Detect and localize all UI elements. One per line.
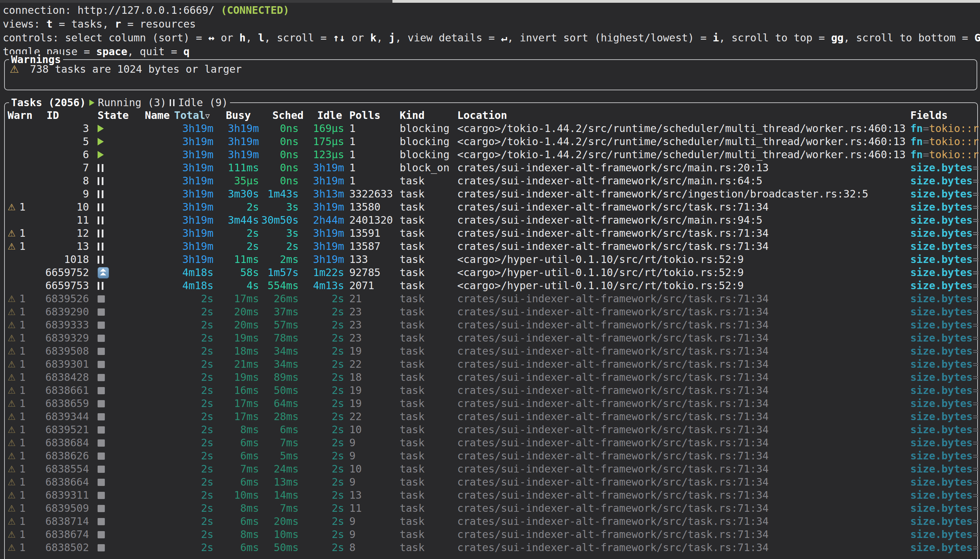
warning-triangle-icon: ⚠ [8, 200, 15, 214]
task-kind: blocking [400, 148, 450, 161]
idle-duration: 3h19m [279, 240, 344, 253]
task-row[interactable]: ⚠168386592s17ms64ms2s19taskcrates/sui-in… [0, 397, 980, 410]
task-id: 6838502 [23, 541, 89, 554]
field-equals: = [973, 410, 979, 423]
task-row[interactable]: ⚠168395212s8ms6ms2s10taskcrates/sui-inde… [0, 423, 980, 436]
task-kind: task [400, 227, 424, 240]
task-row[interactable]: ⚠168386612s16ms50ms2s19taskcrates/sui-in… [0, 384, 980, 397]
task-row[interactable]: ⚠168386842s6ms7ms2s9taskcrates/sui-index… [0, 436, 980, 450]
warning-triangle-icon: ⚠ [8, 463, 15, 476]
task-fields: size.bytes= [910, 502, 980, 515]
task-fields: size.bytes= [910, 541, 980, 554]
idle-duration: 2s [279, 423, 344, 436]
task-fields: size.bytes= [910, 266, 980, 279]
task-row[interactable]: ⚠1103h19m2s3s3h19m13580taskcrates/sui-in… [0, 200, 980, 214]
task-kind: task [400, 410, 424, 423]
completed-icon [98, 295, 105, 303]
warning-triangle-icon: ⚠ [8, 227, 15, 240]
completed-state [98, 397, 105, 410]
field-key: size.bytes [910, 463, 973, 475]
field-key: size.bytes [910, 371, 973, 383]
column-header-sched[interactable]: Sched [272, 109, 303, 122]
idle-state [98, 253, 103, 266]
task-row[interactable]: ⚠168385542s7ms24ms2s10taskcrates/sui-ind… [0, 463, 980, 476]
task-row[interactable]: ⚠168386642s6ms13ms2s9taskcrates/sui-inde… [0, 476, 980, 489]
task-row[interactable]: 66597534m18s4s554ms4m13s2071task<cargo>/… [0, 279, 980, 292]
column-header-label: Kind [400, 109, 424, 121]
completed-icon [98, 322, 105, 329]
task-row[interactable]: 113h19m3m44s30m50s2h44m2401320taskcrates… [0, 214, 980, 227]
field-equals: = [973, 358, 979, 370]
task-location: <cargo>/hyper-util-0.1.10/src/rt/tokio.r… [457, 253, 744, 266]
task-row[interactable]: ⚠168385022s6ms50ms2s8taskcrates/sui-inde… [0, 541, 980, 554]
field-equals: = [973, 306, 979, 318]
task-row[interactable]: ⚠1133h19m2s2s3h19m13587taskcrates/sui-in… [0, 240, 980, 253]
task-row[interactable]: ⚠168386742s8ms10ms2s9taskcrates/sui-inde… [0, 528, 980, 541]
task-row[interactable]: 83h19m35µs0ns3h19m1taskcrates/sui-indexe… [0, 174, 980, 187]
task-id: 5 [23, 135, 89, 148]
task-row[interactable]: 63h19m3h19m0ns123µs1blocking<cargo>/toki… [0, 148, 980, 161]
task-row[interactable]: ⚠1123h19m2s3s3h19m13591taskcrates/sui-in… [0, 227, 980, 240]
task-location: crates/sui-indexer-alt-framework/src/tas… [457, 358, 769, 371]
column-header-name[interactable]: Name [145, 109, 170, 122]
idle-duration: 175µs [279, 135, 344, 148]
task-row[interactable]: ⚠168395082s18ms34ms2s19taskcrates/sui-in… [0, 345, 980, 358]
column-header-state[interactable]: State [98, 109, 129, 122]
column-header-location[interactable]: Location [457, 109, 507, 122]
task-kind: task [400, 200, 424, 214]
task-location: crates/sui-indexer-alt-framework/src/tas… [457, 292, 769, 305]
task-row[interactable]: ⚠168393012s21ms34ms2s22taskcrates/sui-in… [0, 358, 980, 371]
task-location: crates/sui-indexer-alt-framework/src/mai… [457, 161, 769, 174]
polls-count: 13591 [349, 227, 380, 240]
completed-state [98, 476, 105, 489]
task-fields: size.bytes= [910, 397, 980, 410]
completed-state [98, 318, 105, 332]
task-row[interactable]: 66597524m18s58s1m57s1m22s92785task<cargo… [0, 266, 980, 279]
task-fields: size.bytes= [910, 161, 980, 174]
task-row[interactable]: ⚠168393442s17ms28ms2s22taskcrates/sui-in… [0, 410, 980, 423]
column-header-polls[interactable]: Polls [349, 109, 380, 122]
task-row[interactable]: 33h19m3h19m0ns169µs1blocking<cargo>/toki… [0, 122, 980, 135]
task-row[interactable]: 10183h19m11ms2ms3h19m133task<cargo>/hype… [0, 253, 980, 266]
polls-count: 13580 [349, 200, 380, 214]
column-header-busy[interactable]: Busy [226, 109, 251, 122]
completed-icon [98, 413, 105, 420]
column-header-total[interactable]: Total▿ [174, 109, 210, 122]
task-row[interactable]: 93h19m3m30s1m43s3h13m3322633taskcrates/s… [0, 187, 980, 200]
task-kind: task [400, 371, 424, 384]
task-row[interactable]: 73h19m111ms0ns3h19m1block_oncrates/sui-i… [0, 161, 980, 174]
completed-icon [98, 387, 105, 394]
task-kind: task [400, 489, 424, 502]
completed-icon [98, 479, 105, 486]
column-header-warn[interactable]: Warn [8, 109, 32, 122]
task-id: 6659753 [23, 279, 89, 292]
task-row[interactable]: ⚠168395262s17ms26ms2s21taskcrates/sui-in… [0, 292, 980, 305]
idle-duration: 2s [279, 358, 344, 371]
task-fields: size.bytes= [910, 476, 980, 489]
task-kind: task [400, 253, 424, 266]
idle-icon [98, 256, 103, 264]
column-header-idle[interactable]: Idle [317, 109, 342, 122]
polls-count: 10 [349, 423, 362, 436]
task-kind: block_on [400, 161, 450, 174]
polls-count: 9 [349, 515, 356, 528]
task-id: 6839508 [23, 345, 89, 358]
task-row[interactable]: ⚠168384282s19ms89ms2s18taskcrates/sui-in… [0, 371, 980, 384]
column-header-fields[interactable]: Fields [910, 109, 948, 122]
warning-triangle-icon: ⚠ [8, 450, 15, 463]
task-row[interactable]: ⚠168393332s20ms57ms2s23taskcrates/sui-in… [0, 318, 980, 332]
task-row[interactable]: ⚠168393292s19ms78ms2s23taskcrates/sui-in… [0, 332, 980, 345]
field-equals: = [973, 541, 979, 554]
task-row[interactable]: ⚠168393112s10ms14ms2s13taskcrates/sui-in… [0, 489, 980, 502]
task-row[interactable]: ⚠168392902s20ms37ms2s23taskcrates/sui-in… [0, 305, 980, 318]
column-header-id[interactable]: ID [46, 109, 59, 122]
task-location: crates/sui-indexer-alt-framework/src/tas… [457, 200, 769, 214]
task-row[interactable]: ⚠168387142s6ms20ms2s9taskcrates/sui-inde… [0, 515, 980, 528]
warnings-panel-title: Warnings [9, 54, 63, 65]
task-id: 6838684 [23, 436, 89, 450]
task-row[interactable]: 53h19m3h19m0ns175µs1blocking<cargo>/toki… [0, 135, 980, 148]
task-row[interactable]: ⚠168395092s8ms7ms2s11taskcrates/sui-inde… [0, 502, 980, 515]
task-row[interactable]: ⚠168386262s6ms5ms2s9taskcrates/sui-index… [0, 450, 980, 463]
column-header-kind[interactable]: Kind [400, 109, 424, 122]
field-key: size.bytes [910, 266, 973, 278]
